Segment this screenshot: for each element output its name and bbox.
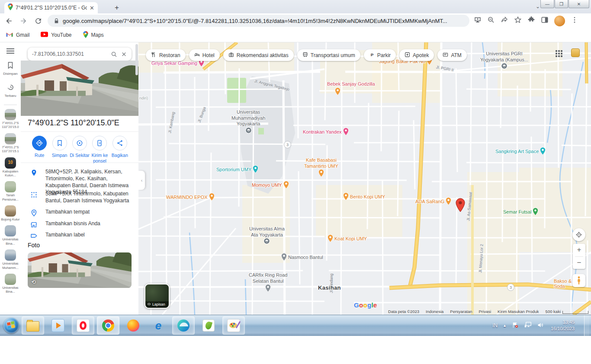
taskbar-opera[interactable] [72, 316, 94, 335]
map-label[interactable]: Sangkring Art Space [495, 147, 546, 155]
minimize-button[interactable]: — [540, 0, 554, 8]
rail-recent-item[interactable]: Universitas Muhamm... [0, 249, 21, 270]
attrib-link[interactable]: Privasi [479, 309, 491, 314]
action-center-flag-icon[interactable] [512, 322, 519, 330]
map-label[interactable]: Universitas PGRIYogyakarta (Kampus... [480, 51, 528, 69]
rail-recent-item[interactable]: 7°49'01.2"S 110°20'15.1 [0, 133, 21, 153]
place-photo[interactable] [21, 61, 138, 116]
rail-recent-item[interactable]: 10Kabupaten Kulon... [0, 157, 21, 178]
add-place-row[interactable]: Tambahkan tempat [21, 209, 138, 217]
hidden-icons-arrow[interactable]: ▲ [503, 323, 507, 328]
action-share3[interactable]: Bagikan [110, 136, 130, 163]
language-indicator[interactable]: IN [492, 322, 498, 329]
share-icon[interactable] [501, 16, 508, 26]
taskbar-corel[interactable] [197, 316, 220, 335]
extensions-icon[interactable] [527, 16, 535, 26]
attrib-link[interactable]: Persyaratan [450, 309, 472, 314]
zoom-out-icon[interactable] [487, 16, 495, 26]
rail-recent-item[interactable]: Universitas Bina... [0, 225, 21, 246]
bookmark-maps[interactable]: Maps [83, 31, 104, 39]
show-desktop-button[interactable] [584, 315, 589, 336]
destination-marker[interactable] [456, 198, 465, 214]
map-label[interactable]: Bento Kopi UMY [343, 192, 385, 201]
zoom-out-button[interactable]: − [573, 257, 585, 269]
start-button[interactable] [3, 318, 19, 333]
close-button[interactable]: ✕ [569, 0, 589, 8]
volume-icon[interactable] [537, 322, 544, 330]
rail-recent-item[interactable]: 7°49'01.2"S 110°20'15.0 [0, 109, 21, 129]
my-location-button[interactable] [572, 228, 585, 241]
collapse-panel-handle[interactable]: ‹ [138, 171, 145, 190]
menu-hamburger-icon[interactable] [6, 48, 14, 54]
omnibox[interactable]: google.com/maps/place/7°49'01.2"S+110°20… [48, 15, 469, 27]
map-label[interactable]: CARfix Ring RoadSelatan Bantul [249, 272, 287, 292]
forward-button[interactable] [17, 15, 29, 27]
map-label[interactable]: Nasmoco Bantul [281, 253, 323, 261]
panel-scrollbar[interactable] [135, 44, 138, 75]
map-label[interactable]: UniversitasMuhammadiyahYogyakarta [231, 109, 265, 134]
photo-thumbnail[interactable]: ⟲ [28, 252, 132, 288]
map-label[interactable]: Momoyo UMY [252, 181, 289, 189]
bookmark-gmail[interactable]: Gmail [6, 32, 29, 38]
plus-code-row[interactable]: 58MP+5XX Tirtonirmolo, Kabupaten Bantul,… [21, 191, 138, 204]
taskbar-paint[interactable] [222, 316, 245, 335]
rail-recent-item[interactable]: Universitas Bina... [0, 274, 21, 294]
install-icon[interactable] [474, 16, 482, 26]
search-input[interactable]: -7.817006,110.337501 [32, 51, 107, 57]
chip-bed[interactable]: Hotel [189, 49, 220, 61]
profile-avatar[interactable] [554, 16, 565, 26]
promo-house-icon[interactable] [571, 48, 580, 57]
search-icon[interactable] [111, 51, 117, 57]
map-label[interactable]: Bebek Sanjay Godzilla [327, 81, 375, 96]
reload-button[interactable] [32, 15, 44, 27]
rail-recent-item[interactable]: Bojong Kulur [0, 205, 21, 221]
map-label[interactable]: WARMINDO EPOX [166, 193, 215, 201]
clear-search-icon[interactable] [121, 51, 127, 57]
bookmark-star-icon[interactable] [514, 16, 522, 26]
taskbar-media-player[interactable] [47, 316, 69, 335]
search-box[interactable]: -7.817006,110.337501 [28, 48, 132, 61]
chip-pletter[interactable]: PParkir [364, 49, 396, 61]
rail-saved[interactable]: Disimpan [0, 61, 21, 76]
action-nearby[interactable]: Di Sekitar [70, 136, 90, 163]
map-label[interactable]: Kafe BasabasiTamantirto UMY [304, 157, 338, 177]
map-label[interactable]: ADA SaRanG [415, 197, 451, 205]
chip-bus[interactable]: Transportasi umum [297, 49, 360, 61]
menu-kebab-icon[interactable] [571, 16, 578, 26]
chip-atm[interactable]: ATM [437, 49, 466, 61]
action-bookmark[interactable]: Simpan [49, 136, 69, 163]
browser-tab[interactable]: 7°49'01.2"S 110°20'15.0"E - Goo ✕ [4, 2, 98, 13]
add-business-row[interactable]: Tambahkan bisnis Anda [21, 220, 138, 228]
taskbar-firefox[interactable] [122, 316, 145, 335]
apps-grid-icon[interactable] [556, 50, 564, 59]
taskbar-explorer[interactable] [22, 316, 44, 335]
taskbar-chrome[interactable] [97, 316, 119, 335]
rail-recent[interactable]: Terbaru [0, 83, 21, 98]
add-label-row[interactable]: Tambahkan label [21, 232, 138, 239]
chip-camera[interactable]: Rekomendasi aktivitas [223, 49, 294, 61]
taskbar-internet-explorer[interactable]: e [147, 316, 170, 335]
tab-search-chevron-icon[interactable]: ⌄ [536, 3, 540, 10]
map-label[interactable]: Koat Kopi UMY [328, 234, 367, 243]
zoom-in-button[interactable]: + [573, 244, 585, 256]
restore-button[interactable]: ❐ [555, 0, 568, 8]
attrib-link[interactable]: Kirim Masukan Produk [498, 309, 539, 314]
layers-button[interactable]: Lapisan [145, 284, 170, 309]
bookmark-youtube[interactable]: YouTube [41, 32, 71, 38]
map-label[interactable]: Universitas AlmaAta Yogyakarta [249, 226, 285, 244]
map-scale[interactable]: 500 kaki [546, 309, 588, 314]
pegman-button[interactable] [572, 274, 585, 287]
new-tab-button[interactable]: + [112, 3, 122, 13]
map-label[interactable]: Sportorium UMY [216, 165, 258, 173]
rail-recent-item[interactable]: Tanah Pensiuna... [0, 181, 21, 201]
map-label[interactable]: Semar Futsal [503, 208, 538, 216]
taskbar-edge[interactable] [172, 316, 195, 335]
back-button[interactable] [3, 15, 15, 27]
side-panel-icon[interactable] [541, 16, 549, 26]
network-icon[interactable] [524, 322, 532, 330]
chip-fork[interactable]: Restoran [146, 49, 186, 61]
google-logo[interactable]: Google [354, 301, 377, 309]
action-phone[interactable]: Kirim ke ponsel [90, 136, 109, 163]
taskbar-clock[interactable]: 13:45 16/10/2023 [551, 319, 575, 332]
attrib-link[interactable]: Indonesia [426, 309, 443, 314]
